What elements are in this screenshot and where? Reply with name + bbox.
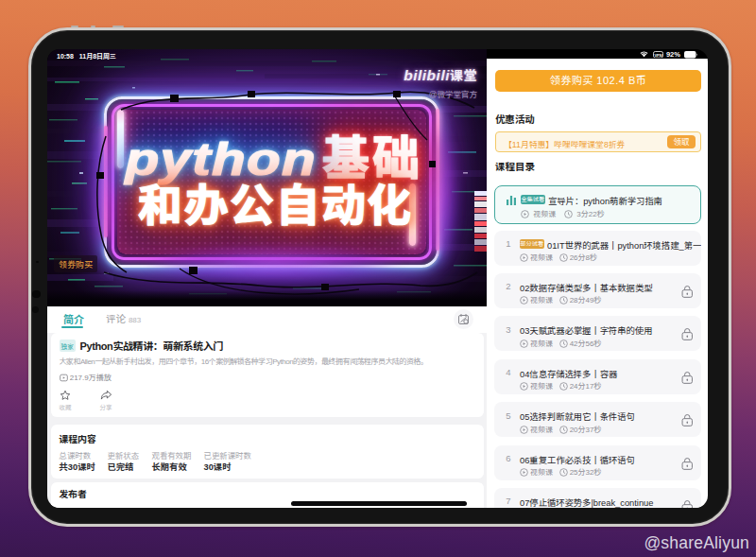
svg-text:VPN: VPN [654,52,662,57]
